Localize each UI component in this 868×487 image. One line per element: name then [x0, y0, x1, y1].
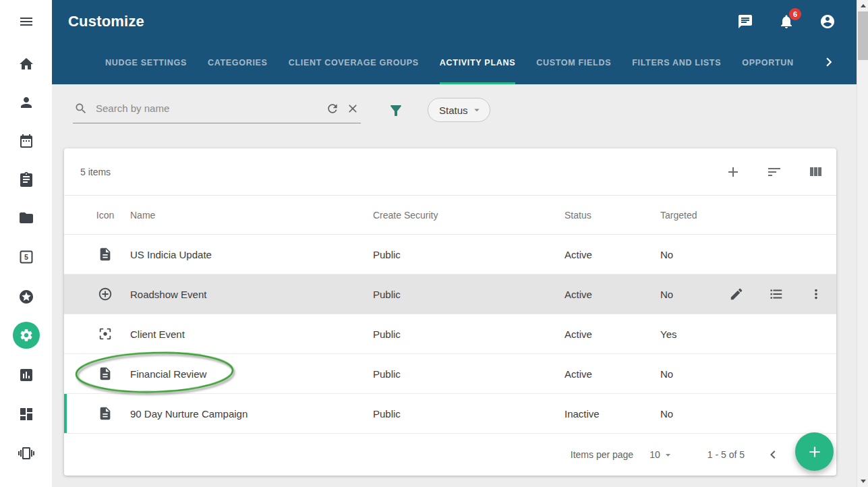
refresh-icon[interactable]: [326, 102, 339, 115]
row-name: US Indicia Update: [130, 249, 373, 260]
calendar-icon: [18, 133, 34, 149]
row-status: Active: [565, 328, 660, 340]
home-icon: [18, 56, 34, 72]
sidebar-item-vibration[interactable]: [0, 437, 52, 469]
table-body: US Indicia Update Public Active No Roads…: [64, 235, 836, 434]
search-box: [73, 94, 361, 123]
search-input[interactable]: [94, 102, 319, 115]
sidebar-item-bar-chart[interactable]: [0, 359, 52, 391]
tab-activity-plans[interactable]: ACTIVITY PLANS: [440, 42, 515, 84]
table-footer: Items per page 10 1 - 5 of 5: [64, 434, 836, 476]
tab-label: CUSTOM FIELDS: [536, 58, 611, 67]
sidebar-item-stars[interactable]: [0, 281, 52, 313]
edit-icon[interactable]: [729, 287, 744, 302]
table-row[interactable]: Roadshow Event Public Active No: [64, 275, 836, 314]
account-avatar-icon[interactable]: [819, 13, 836, 30]
sidebar-item-settings[interactable]: [0, 319, 52, 351]
row-name: 90 Day Nurture Campaign: [130, 408, 373, 420]
activity-plans-card: 5 items Icon Name Create Security Status…: [64, 148, 836, 476]
sidebar-item-folder[interactable]: [0, 202, 52, 234]
column-header-icon: Icon: [80, 210, 130, 221]
row-status: Active: [565, 249, 660, 260]
tab-label: FILTERS AND LISTS: [632, 58, 721, 67]
table-row[interactable]: Financial Review Public Active No: [64, 354, 836, 394]
tab-nudge-settings[interactable]: NUDGE SETTINGS: [105, 42, 187, 84]
scrollbar-up-button[interactable]: [857, 0, 868, 11]
pagination-range: 1 - 5 of 5: [707, 449, 745, 460]
sort-icon[interactable]: [766, 164, 782, 180]
tab-custom-fields[interactable]: CUSTOM FIELDS: [536, 42, 611, 84]
person-icon: [18, 94, 34, 111]
notification-badge: 6: [789, 8, 801, 20]
sidebar-item-home[interactable]: [0, 48, 52, 80]
search-icon: [74, 102, 88, 115]
chevron-right-icon: [820, 53, 838, 71]
settings-icon: [19, 328, 34, 343]
sidebar-item-looks-5[interactable]: 5: [0, 241, 52, 273]
sidebar-item-calendar[interactable]: [0, 125, 52, 157]
row-targeted: No: [660, 408, 728, 420]
row-actions: [728, 287, 836, 302]
scrollbar[interactable]: [857, 0, 868, 487]
more-options-icon[interactable]: [809, 287, 823, 302]
sidebar-item-dashboard[interactable]: [0, 398, 52, 430]
sidebar-item-menu[interactable]: [0, 5, 52, 38]
table-row[interactable]: US Indicia Update Public Active No: [64, 235, 836, 275]
row-status: Active: [565, 289, 660, 300]
document-icon: [98, 406, 113, 421]
row-create-security: Public: [373, 408, 565, 420]
page-size-select[interactable]: 10: [649, 449, 674, 461]
row-targeted: No: [660, 289, 728, 300]
menu-icon: [18, 13, 34, 30]
add-circle-icon: [98, 287, 113, 302]
column-header-name: Name: [130, 210, 373, 221]
table-row[interactable]: 90 Day Nurture Campaign Public Inactive …: [64, 394, 836, 434]
document-icon: [98, 366, 113, 381]
list-icon[interactable]: [769, 287, 784, 302]
clear-search-icon[interactable]: [346, 102, 359, 115]
tab-categories[interactable]: CATEGORIES: [208, 42, 268, 84]
sidebar-item-assignment[interactable]: [0, 163, 52, 196]
add-item-icon[interactable]: [725, 164, 741, 180]
tab-filters-and-lists[interactable]: FILTERS AND LISTS: [632, 42, 721, 84]
add-activity-plan-fab[interactable]: [795, 432, 834, 471]
previous-page-button[interactable]: [765, 447, 781, 463]
tabs-scroll-right-button[interactable]: [820, 42, 838, 82]
tab-label: CATEGORIES: [208, 58, 268, 67]
scrollbar-thumb[interactable]: [858, 11, 868, 60]
app-screen: 5 Customize 6 NUDGE SETTINGSCATEGORIESCL…: [0, 0, 868, 487]
items-count: 5 items: [80, 167, 111, 177]
row-name: Client Event: [130, 328, 373, 340]
row-create-security: Public: [373, 249, 565, 260]
sidebar-item-person[interactable]: [0, 86, 52, 119]
app-bar-icons: 6: [737, 13, 836, 30]
tab-label: CLIENT COVERAGE GROUPS: [289, 58, 419, 67]
content-area: Status 5 items Icon Name Create Security: [52, 84, 857, 487]
tab-client-coverage-groups[interactable]: CLIENT COVERAGE GROUPS: [289, 42, 419, 84]
row-name: Roadshow Event: [130, 289, 373, 300]
row-targeted: No: [660, 368, 728, 380]
assignment-icon: [18, 171, 34, 188]
caret-down-icon: [662, 449, 674, 461]
table-row[interactable]: Client Event Public Active Yes: [64, 314, 836, 354]
row-targeted: Yes: [660, 328, 728, 340]
column-header-status: Status: [565, 210, 660, 221]
table-header: Icon Name Create Security Status Targete…: [64, 196, 836, 235]
status-chip-label: Status: [439, 105, 468, 116]
center-focus-icon: [98, 326, 113, 341]
status-filter-chip[interactable]: Status: [428, 98, 490, 122]
dashboard-icon: [18, 406, 34, 422]
notifications-button[interactable]: 6: [778, 13, 794, 30]
filter-icon[interactable]: [388, 103, 404, 119]
row-status: Active: [565, 368, 660, 380]
items-per-page-label: Items per page: [571, 449, 633, 460]
app-bar: Customize 6 NUDGE SETTINGSCATEGORIESCLIE…: [52, 0, 857, 84]
scrollbar-down-button[interactable]: [857, 476, 868, 487]
vibration-icon: [18, 445, 34, 461]
chat-icon[interactable]: [737, 13, 753, 30]
row-create-security: Public: [373, 368, 565, 380]
row-name: Financial Review: [130, 368, 373, 380]
columns-icon[interactable]: [807, 164, 823, 180]
tab-opportun[interactable]: OPPORTUN: [742, 42, 793, 84]
page-title: Customize: [68, 13, 144, 30]
